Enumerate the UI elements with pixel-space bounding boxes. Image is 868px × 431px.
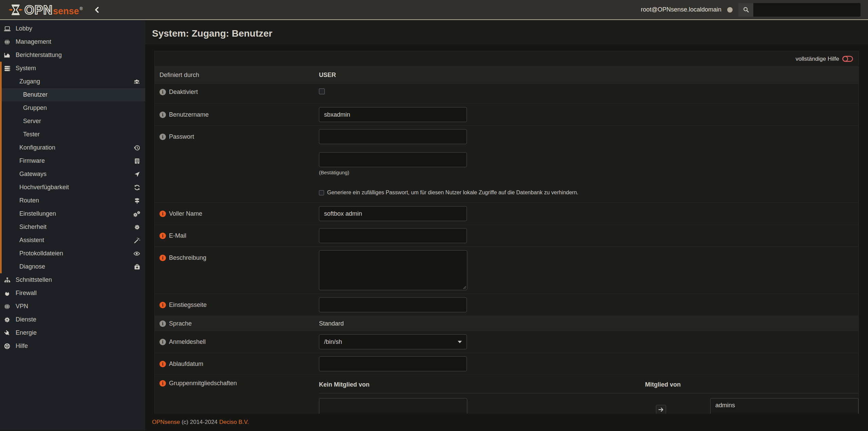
- sitemap-icon: [3, 277, 11, 283]
- sidebar-item-routen[interactable]: Routen: [0, 194, 145, 207]
- hourglass-logo-icon: [9, 3, 22, 16]
- landing-page-input[interactable]: [319, 297, 467, 312]
- sidebar-item-label: Tester: [23, 131, 40, 138]
- panel-header: vollständige Hilfe: [155, 51, 858, 67]
- sidebar-item-einstellungen[interactable]: Einstellungen: [0, 207, 145, 220]
- sidebar-item-label: Gruppen: [23, 104, 47, 112]
- expires-input[interactable]: [319, 356, 467, 371]
- sidebar-item-label: VPN: [16, 303, 28, 310]
- sidebar-item-hilfe[interactable]: Hilfe: [0, 339, 145, 353]
- row-password: Passwort (Bestätigung) Generiere ein zuf…: [155, 126, 858, 203]
- medkit-icon: [134, 263, 140, 270]
- top-bar: OPN sense ® root@OPNsense.localdomain: [0, 0, 868, 20]
- chevron-left-icon: [94, 6, 99, 13]
- disabled-checkbox[interactable]: [319, 89, 325, 94]
- sidebar-item-hochverfuegbarkeit[interactable]: Hochverfügbarkeit: [0, 181, 145, 194]
- member-header: Mitglied von: [645, 381, 681, 388]
- row-defined-by: Definiert durch USER: [155, 67, 858, 84]
- sidebar-item-berichterstattung[interactable]: Berichterstattung: [0, 48, 145, 62]
- shell-select[interactable]: /bin/sh: [319, 334, 467, 349]
- sidebar-item-sicherheit[interactable]: Sicherheit: [0, 220, 145, 234]
- content-area: vollständige Hilfe Definiert durch USER …: [145, 44, 868, 414]
- row-expires: Ablaufdatum: [155, 353, 858, 375]
- sidebar-item-assistent[interactable]: Assistent: [0, 234, 145, 247]
- comment-label: Beschreibung: [169, 254, 206, 261]
- sidebar-item-label: Lobby: [16, 25, 32, 32]
- sidebar-item-zugang[interactable]: Zugang: [0, 75, 145, 88]
- sidebar-item-gateways[interactable]: Gateways: [0, 168, 145, 181]
- sidebar-item-tester[interactable]: Tester: [0, 128, 145, 141]
- sidebar-item-firewall[interactable]: Firewall: [0, 287, 145, 300]
- sidebar-item-protokolldateien[interactable]: Protokolldateien: [0, 247, 145, 260]
- defined-by-value: USER: [319, 72, 336, 78]
- shell-selected-value: /bin/sh: [324, 338, 342, 346]
- microchip-icon: [134, 158, 140, 164]
- email-label: E-Mail: [169, 232, 186, 239]
- sidebar-item-schnittstellen[interactable]: Schnittstellen: [0, 273, 145, 287]
- info-icon[interactable]: [159, 380, 166, 387]
- row-group-memberships: Gruppenmitgliedschaften Kein Mitglied vo…: [155, 375, 858, 414]
- info-icon[interactable]: [159, 339, 166, 345]
- sidebar-item-firmware[interactable]: Firmware: [0, 154, 145, 168]
- info-icon[interactable]: [159, 89, 166, 95]
- sidebar-item-management[interactable]: Management: [0, 35, 145, 48]
- sidebar-item-dienste[interactable]: Dienste: [0, 313, 145, 326]
- map-signs-icon: [134, 197, 140, 204]
- fullname-input[interactable]: [319, 206, 467, 221]
- resize-grip-icon[interactable]: [463, 286, 466, 289]
- page-title: System: Zugang: Benutzer: [152, 28, 868, 39]
- brand-area: OPN sense ®: [0, 3, 145, 16]
- sidebar-item-lobby[interactable]: Lobby: [0, 22, 145, 35]
- search-input[interactable]: [753, 3, 861, 17]
- full-help-toggle-icon[interactable]: [842, 55, 853, 62]
- server-icon: [3, 65, 11, 72]
- globe-icon: [3, 303, 11, 310]
- info-icon[interactable]: [159, 211, 166, 217]
- sidebar-item-benutzer[interactable]: Benutzer: [0, 88, 145, 101]
- landing-page-label: Einstiegsseite: [169, 301, 207, 309]
- password-input[interactable]: [319, 129, 467, 144]
- not-member-listbox[interactable]: [319, 398, 467, 414]
- comment-textarea[interactable]: [319, 250, 467, 290]
- opnsense-logo[interactable]: OPN sense ®: [9, 3, 83, 16]
- sidebar-item-label: Routen: [19, 197, 39, 204]
- sidebar-item-energie[interactable]: Energie: [0, 326, 145, 339]
- email-input[interactable]: [319, 228, 467, 243]
- row-shell: Anmeldeshell /bin/sh: [155, 331, 858, 353]
- refresh-icon: [134, 184, 140, 191]
- member-listbox[interactable]: admins: [710, 398, 858, 414]
- sidebar-item-konfiguration[interactable]: Konfiguration: [0, 141, 145, 154]
- group-option-admins[interactable]: admins: [711, 398, 858, 412]
- info-icon[interactable]: [159, 233, 166, 239]
- sidebar-item-system[interactable]: System: [0, 62, 145, 75]
- info-icon[interactable]: [159, 361, 166, 367]
- username-input[interactable]: [319, 107, 467, 122]
- add-to-group-button[interactable]: [656, 405, 666, 414]
- info-icon[interactable]: [159, 320, 166, 327]
- info-icon[interactable]: [159, 112, 166, 118]
- sidebar-item-label: System: [16, 65, 36, 72]
- sidebar-item-vpn[interactable]: VPN: [0, 300, 145, 313]
- generate-password-checkbox[interactable]: [319, 190, 324, 195]
- life-ring-icon: [3, 343, 11, 350]
- opnsense-footer-link[interactable]: OPNsense: [152, 419, 180, 426]
- sidebar-item-server[interactable]: Server: [0, 115, 145, 128]
- info-icon[interactable]: [159, 255, 166, 261]
- sidebar-item-label: Firmware: [19, 157, 45, 164]
- cogs-icon: [133, 211, 140, 217]
- deciso-footer-link[interactable]: Deciso B.V.: [219, 419, 249, 426]
- info-icon[interactable]: [159, 134, 166, 140]
- sidebar-nav: Lobby Management Berichterstattung Syste…: [0, 20, 145, 430]
- password-confirm-input[interactable]: [319, 152, 467, 167]
- language-value: Standard: [319, 319, 344, 327]
- sidebar-item-gruppen[interactable]: Gruppen: [0, 101, 145, 115]
- sidebar-item-label: Hilfe: [16, 342, 28, 350]
- info-icon[interactable]: [159, 302, 166, 308]
- sidebar-item-label: Sicherheit: [19, 223, 46, 231]
- sidebar-collapse-button[interactable]: [94, 6, 99, 13]
- title-band: System: Zugang: Benutzer: [145, 20, 868, 44]
- sidebar-item-label: Protokolldateien: [19, 250, 63, 257]
- global-search: [738, 3, 861, 17]
- sidebar-item-diagnose[interactable]: Diagnose: [0, 260, 145, 273]
- generate-password-caption: Generiere ein zufälliges Passwort, um fü…: [327, 190, 579, 196]
